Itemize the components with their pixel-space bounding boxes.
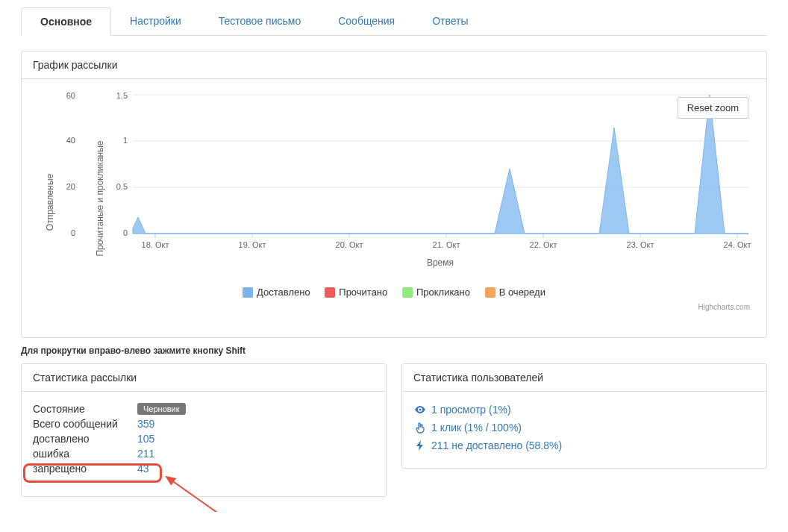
- svg-text:22. Окт: 22. Окт: [530, 240, 557, 249]
- x-axis-ticks: 18. Окт 19. Окт 20. Окт 21. Окт 22. Окт …: [142, 234, 751, 249]
- y-left-tick: 60: [66, 91, 75, 100]
- legend-item-read[interactable]: Прочитано: [325, 287, 387, 298]
- y-right-tick: 0.5: [116, 182, 128, 191]
- stat-label: запрещено: [33, 463, 137, 475]
- stat-row-forbidden: запрещено 43: [33, 463, 375, 475]
- user-stat-clicks[interactable]: 1 клик (1% / 100%): [413, 421, 755, 434]
- stat-label: Состояние: [33, 403, 137, 415]
- svg-text:23. Окт: 23. Окт: [627, 240, 654, 249]
- bolt-icon: [413, 439, 427, 452]
- legend-item-queued[interactable]: В очереди: [485, 287, 545, 298]
- legend-item-delivered[interactable]: Доставлено: [243, 287, 310, 298]
- stat-value-error[interactable]: 211: [137, 448, 154, 460]
- svg-text:20. Окт: 20. Окт: [336, 240, 363, 249]
- y-left-tick: 0: [71, 228, 75, 237]
- chart-panel: График рассылки Reset zoom Отправленые П…: [21, 51, 767, 338]
- y-left-tick: 40: [66, 136, 75, 145]
- svg-text:19. Окт: 19. Окт: [239, 240, 266, 249]
- chart-panel-title: График рассылки: [22, 51, 766, 79]
- user-stat-views[interactable]: 1 просмотр (1%): [413, 403, 755, 416]
- svg-text:21. Окт: 21. Окт: [433, 240, 460, 249]
- y-right-tick: 1: [123, 136, 128, 145]
- chart-plot-area[interactable]: Отправленые Прочитаные и прокликаные 0 2…: [31, 87, 757, 273]
- svg-text:24. Окт: 24. Окт: [724, 240, 751, 249]
- y-right-axis-label: Прочитаные и прокликаные: [95, 140, 105, 256]
- tab-main[interactable]: Основное: [21, 7, 111, 36]
- user-stat-text: 1 клик (1% / 100%): [431, 422, 522, 434]
- stats-panel-title: Статистика рассылки: [22, 364, 386, 392]
- svg-line-18: [166, 477, 268, 512]
- stat-label: доставлено: [33, 433, 137, 445]
- stat-row-status: Состояние Черновик: [33, 403, 375, 415]
- x-axis-title: Время: [427, 257, 454, 268]
- user-stats-panel: Статистика пользователей 1 просмотр (1%)…: [401, 363, 767, 469]
- tab-test-letter[interactable]: Тестовое письмо: [200, 7, 319, 35]
- hand-icon: [413, 421, 427, 434]
- chart-credits[interactable]: Highcharts.com: [31, 300, 757, 311]
- user-stats-panel-title: Статистика пользователей: [402, 364, 766, 392]
- tab-messages[interactable]: Сообщения: [319, 7, 413, 35]
- status-badge: Черновик: [137, 403, 186, 415]
- stat-label: Всего сообщений: [33, 418, 137, 430]
- stat-value-forbidden[interactable]: 43: [137, 463, 149, 475]
- user-stat-text: 1 просмотр (1%): [431, 404, 511, 416]
- stat-row-total: Всего сообщений 359: [33, 418, 375, 430]
- user-stat-undelivered[interactable]: 211 не доставлено (58.8%): [413, 439, 755, 452]
- tab-replies[interactable]: Ответы: [413, 7, 487, 35]
- stat-label: ошибка: [33, 448, 137, 460]
- reset-zoom-button[interactable]: Reset zoom: [678, 97, 748, 119]
- y-right-tick: 0: [123, 228, 128, 237]
- chart-legend: Доставлено Прочитано Прокликано В очеред…: [31, 287, 757, 300]
- y-right-tick: 1.5: [116, 91, 128, 100]
- tabs-bar: Основное Настройки Тестовое письмо Сообщ…: [21, 7, 767, 36]
- stats-panel: Статистика рассылки Состояние Черновик В…: [21, 363, 387, 497]
- tab-settings[interactable]: Настройки: [111, 7, 200, 35]
- svg-text:18. Окт: 18. Окт: [142, 240, 169, 249]
- stat-row-error: ошибка 211: [33, 448, 375, 460]
- series-delivered: [133, 95, 748, 234]
- stat-value-delivered[interactable]: 105: [137, 433, 154, 445]
- user-stat-text: 211 не доставлено (58.8%): [431, 439, 562, 451]
- stat-value-total[interactable]: 359: [137, 418, 154, 430]
- legend-item-clicked[interactable]: Прокликано: [402, 287, 470, 298]
- stat-row-delivered: доставлено 105: [33, 433, 375, 445]
- eye-icon: [413, 403, 427, 416]
- y-left-tick: 20: [66, 182, 75, 191]
- y-left-axis-label: Отправленые: [45, 173, 55, 231]
- scroll-hint: Для прокрутки вправо-влево зажмите кнопк…: [21, 345, 767, 356]
